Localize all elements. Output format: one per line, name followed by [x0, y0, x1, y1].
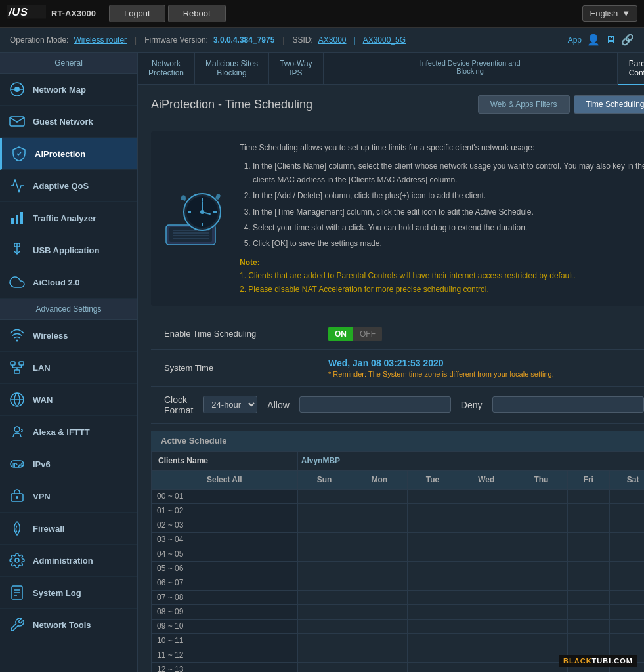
schedule-cell[interactable]	[609, 590, 644, 604]
schedule-cell[interactable]	[408, 648, 458, 662]
schedule-cell[interactable]	[297, 489, 351, 503]
schedule-cell[interactable]	[515, 590, 568, 604]
sidebar-item-wan[interactable]: WAN	[0, 384, 137, 416]
sidebar-item-vpn[interactable]: VPN	[0, 480, 137, 513]
schedule-cell[interactable]	[567, 633, 609, 648]
sub-tab-web-apps-filters[interactable]: Web & Apps Filters	[478, 95, 570, 114]
schedule-cell[interactable]	[351, 503, 408, 518]
sidebar-item-alexa-ifttt[interactable]: Alexa & IFTTT	[0, 416, 137, 448]
sidebar-item-guest-network[interactable]: Guest Network	[0, 106, 137, 138]
schedule-cell[interactable]	[351, 604, 408, 619]
schedule-cell[interactable]	[515, 633, 568, 648]
schedule-cell[interactable]	[609, 489, 644, 503]
op-mode-value[interactable]: Wireless router	[74, 35, 127, 45]
clock-format-select[interactable]: 24-hour 12-hour	[203, 396, 257, 413]
schedule-cell[interactable]	[408, 503, 458, 518]
schedule-cell[interactable]	[567, 590, 609, 604]
schedule-cell[interactable]	[297, 633, 351, 648]
schedule-cell[interactable]	[297, 518, 351, 532]
schedule-cell[interactable]	[458, 561, 515, 576]
schedule-cell[interactable]	[609, 619, 644, 633]
schedule-cell[interactable]	[458, 532, 515, 547]
ssid-value2[interactable]: AX3000_5G	[363, 35, 406, 45]
schedule-cell[interactable]	[297, 561, 351, 576]
schedule-cell[interactable]	[297, 662, 351, 672]
language-selector[interactable]: English ▼	[582, 5, 637, 22]
app-label[interactable]: App	[568, 35, 582, 45]
ssid-value1[interactable]: AX3000	[318, 35, 347, 45]
schedule-cell[interactable]	[351, 561, 408, 576]
schedule-cell[interactable]	[408, 518, 458, 532]
allow-input[interactable]	[299, 396, 451, 413]
schedule-cell[interactable]	[408, 662, 458, 672]
tab-parental-controls[interactable]: ParentalControls	[618, 52, 645, 85]
sub-tab-time-scheduling[interactable]: Time Scheduling	[574, 95, 644, 114]
logout-button[interactable]: Logout	[109, 5, 165, 22]
schedule-cell[interactable]	[297, 604, 351, 619]
schedule-cell[interactable]	[515, 561, 568, 576]
schedule-cell[interactable]	[408, 547, 458, 561]
share-icon[interactable]: 🔗	[621, 33, 634, 46]
sidebar-item-administration[interactable]: Administration	[0, 545, 137, 577]
schedule-cell[interactable]	[458, 604, 515, 619]
sidebar-item-system-log[interactable]: System Log	[0, 577, 137, 609]
toggle-off[interactable]: OFF	[353, 327, 382, 341]
schedule-cell[interactable]	[458, 547, 515, 561]
toggle-on[interactable]: ON	[328, 327, 353, 341]
schedule-cell[interactable]	[567, 489, 609, 503]
sidebar-item-adaptive-qos[interactable]: Adaptive QoS	[0, 170, 137, 202]
schedule-cell[interactable]	[609, 503, 644, 518]
schedule-cell[interactable]	[297, 503, 351, 518]
schedule-cell[interactable]	[297, 619, 351, 633]
schedule-cell[interactable]	[351, 648, 408, 662]
sidebar-item-lan[interactable]: LAN	[0, 352, 137, 384]
sidebar-item-aiprotection[interactable]: AiProtection	[0, 138, 137, 170]
schedule-cell[interactable]	[609, 547, 644, 561]
tab-two-way-ips[interactable]: Two-WayIPS	[269, 52, 324, 84]
schedule-cell[interactable]	[609, 633, 644, 648]
schedule-cell[interactable]	[458, 633, 515, 648]
schedule-cell[interactable]	[515, 503, 568, 518]
schedule-cell[interactable]	[351, 576, 408, 590]
schedule-cell[interactable]	[408, 576, 458, 590]
schedule-cell[interactable]	[458, 619, 515, 633]
sidebar-item-ipv6[interactable]: IPv6 IPv6	[0, 448, 137, 480]
schedule-cell[interactable]	[515, 619, 568, 633]
schedule-cell[interactable]	[567, 503, 609, 518]
schedule-cell[interactable]	[567, 518, 609, 532]
schedule-cell[interactable]	[515, 576, 568, 590]
schedule-cell[interactable]	[458, 576, 515, 590]
schedule-cell[interactable]	[515, 489, 568, 503]
schedule-cell[interactable]	[515, 604, 568, 619]
sidebar-item-traffic-analyzer[interactable]: Traffic Analyzer	[0, 202, 137, 234]
schedule-cell[interactable]	[458, 518, 515, 532]
schedule-cell[interactable]	[609, 576, 644, 590]
nat-acceleration-link[interactable]: NAT Acceleration	[302, 285, 362, 294]
schedule-cell[interactable]	[351, 590, 408, 604]
schedule-cell[interactable]	[567, 561, 609, 576]
schedule-cell[interactable]	[567, 604, 609, 619]
reboot-button[interactable]: Reboot	[168, 5, 226, 22]
select-all-header[interactable]: Select All	[152, 470, 298, 489]
schedule-cell[interactable]	[515, 547, 568, 561]
schedule-cell[interactable]	[297, 590, 351, 604]
sidebar-item-network-map[interactable]: Network Map	[0, 74, 137, 106]
sidebar-item-network-tools[interactable]: Network Tools	[0, 609, 137, 641]
schedule-cell[interactable]	[515, 518, 568, 532]
schedule-cell[interactable]	[408, 619, 458, 633]
tab-infected-device[interactable]: Infected Device Prevention andBlocking	[324, 52, 618, 84]
user-icon[interactable]: 👤	[587, 33, 600, 46]
schedule-cell[interactable]	[408, 633, 458, 648]
sidebar-item-firewall[interactable]: Firewall	[0, 513, 137, 545]
schedule-cell[interactable]	[408, 590, 458, 604]
schedule-cell[interactable]	[567, 532, 609, 547]
schedule-cell[interactable]	[297, 576, 351, 590]
schedule-cell[interactable]	[567, 547, 609, 561]
schedule-cell[interactable]	[567, 576, 609, 590]
network-icon[interactable]: 🖥	[605, 34, 616, 46]
schedule-cell[interactable]	[408, 489, 458, 503]
schedule-cell[interactable]	[609, 518, 644, 532]
schedule-cell[interactable]	[458, 489, 515, 503]
schedule-cell[interactable]	[351, 518, 408, 532]
schedule-cell[interactable]	[351, 532, 408, 547]
